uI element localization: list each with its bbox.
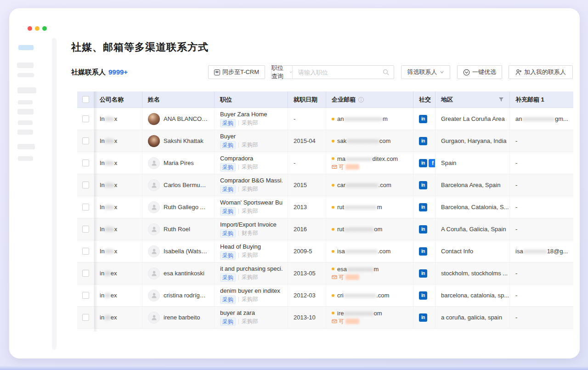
region: Greater La Coruña Area <box>441 115 505 122</box>
envelope-icon <box>332 165 337 169</box>
sidebar-skeleton-bar <box>17 87 36 93</box>
tag-divider <box>238 120 239 125</box>
company-email: rutxxxxxxxxxxom <box>337 226 382 233</box>
row-checkbox[interactable] <box>82 314 89 321</box>
linkedin-icon[interactable]: in <box>419 313 427 322</box>
info-icon[interactable] <box>358 97 364 103</box>
start-date: 2015-04 <box>294 137 316 144</box>
extra-email: - <box>515 159 517 166</box>
add-to-my-contacts-button[interactable]: 加入我的联系人 <box>509 65 573 79</box>
company-name: Inditex <box>100 182 117 188</box>
deliverable-badge: 可 <box>332 273 359 281</box>
column-header-region: 地区 <box>435 91 510 108</box>
company-email: irexxxxxxxxxxom <box>337 310 382 317</box>
table-row: inditex esa kantinkoski it and purchasin… <box>77 262 573 285</box>
extra-email: - <box>515 137 517 144</box>
social-icons: in <box>419 181 427 189</box>
linkedin-icon[interactable]: in <box>419 225 427 233</box>
purchase-tag: 采购 <box>220 163 236 171</box>
linkedin-icon[interactable]: in <box>419 291 427 300</box>
tag-divider <box>238 319 239 324</box>
tag-divider <box>238 209 239 214</box>
social-icons: in <box>419 203 427 211</box>
close-window-icon[interactable] <box>28 26 32 31</box>
company-name: inditex <box>100 270 117 277</box>
table-row: Inditex Carlos Bermudo Cr... Comprador B… <box>77 174 573 196</box>
email-status-dot <box>332 250 334 253</box>
person-icon <box>151 159 158 166</box>
minimize-window-icon[interactable] <box>35 26 40 31</box>
company-email: crixxxxxxxxxxx.com <box>337 292 389 299</box>
table-row: Inditex Ruth Roel Import/Export Invoice … <box>77 218 573 240</box>
column-header-company: 公司名称 <box>94 91 142 108</box>
position-search-input[interactable] <box>293 69 383 76</box>
company-email: maxxxxxxxxxditex.com <box>337 155 398 162</box>
row-checkbox[interactable] <box>82 159 89 166</box>
row-checkbox[interactable] <box>82 204 89 211</box>
linkedin-icon[interactable]: in <box>419 203 427 211</box>
start-date: 2009-5 <box>294 248 312 255</box>
row-checkbox[interactable] <box>82 137 89 144</box>
company-name: inditex <box>100 292 117 299</box>
facebook-icon[interactable]: f <box>429 159 435 167</box>
row-checkbox[interactable] <box>82 270 89 277</box>
avatar <box>148 157 160 169</box>
department-label: 采购部 <box>242 296 258 303</box>
company-name: inditex <box>100 314 117 321</box>
select-all-checkbox[interactable] <box>82 96 89 103</box>
department-label: 采购部 <box>242 207 258 215</box>
company-name: Inditex <box>100 115 117 122</box>
one-click-optimize-button[interactable]: 一键优选 <box>457 65 502 79</box>
person-icon <box>151 182 158 188</box>
linkedin-icon[interactable]: in <box>419 137 427 145</box>
purchase-tag: 采购 <box>220 318 236 326</box>
filter-funnel-icon[interactable] <box>498 97 504 102</box>
person-icon <box>151 270 158 277</box>
sync-to-crm-button[interactable]: M 同步至T-CRM <box>208 65 265 79</box>
maximize-window-icon[interactable] <box>42 26 47 31</box>
table-row: Inditex Maria Pires Compradora 采购 采购部 - … <box>77 152 573 174</box>
region: A Coruña, Galicia, Spain <box>441 226 506 233</box>
page-bottom-edge <box>0 366 588 370</box>
table-row: Inditex Ruth Gallego Agulló Woman' Sport… <box>77 196 573 218</box>
row-checkbox[interactable] <box>82 115 89 122</box>
tag-divider <box>238 231 239 236</box>
linkedin-icon[interactable]: in <box>419 247 427 256</box>
sidebar-skeleton-bar <box>17 109 34 114</box>
row-checkbox[interactable] <box>82 248 89 255</box>
email-status-dot <box>332 206 334 209</box>
email-status-dot <box>332 118 334 120</box>
sidebar-skeleton-bar <box>18 45 34 50</box>
email-status-dot <box>332 268 334 270</box>
position-title: Buyer <box>220 133 236 140</box>
row-checkbox[interactable] <box>82 226 89 233</box>
position-title: denim buyer en inditex <box>220 287 280 294</box>
position-title: Woman' Sportswear Bu... <box>220 199 283 206</box>
extra-email: - <box>515 226 517 233</box>
avatar <box>148 268 160 279</box>
company-email: esaxxxxxxxxxm <box>337 266 379 273</box>
linkedin-icon[interactable]: in <box>419 115 427 123</box>
position-query-dropdown[interactable]: 职位查询 <box>271 66 293 79</box>
search-icon[interactable] <box>383 69 389 75</box>
position-title: Head of Buying <box>220 243 261 250</box>
avatar <box>148 312 160 324</box>
position-search-group: 职位查询 <box>271 65 394 79</box>
chevron-down-icon <box>440 70 444 74</box>
linkedin-icon[interactable]: in <box>419 181 427 189</box>
column-header-start-date: 就职日期 <box>288 91 326 108</box>
position-title: Import/Export Invoice <box>220 221 277 228</box>
avatar <box>148 223 160 235</box>
department-label: 采购部 <box>242 273 258 281</box>
company-email: sakxxxxxxxxxxxcom <box>337 137 390 144</box>
table-row: inditex cristina rodríguez denim buyer e… <box>77 285 573 307</box>
purchase-tag: 采购 <box>220 119 236 127</box>
row-checkbox[interactable] <box>82 292 89 299</box>
row-checkbox[interactable] <box>82 182 89 188</box>
company-email: carxxxxxxxxxxx.com <box>337 182 391 188</box>
linkedin-icon[interactable]: in <box>419 269 427 278</box>
filter-contacts-button[interactable]: 筛选联系人 <box>401 65 450 79</box>
social-icons: in <box>419 115 427 123</box>
linkedin-icon[interactable]: in <box>419 159 427 167</box>
person-plus-icon <box>515 69 522 75</box>
